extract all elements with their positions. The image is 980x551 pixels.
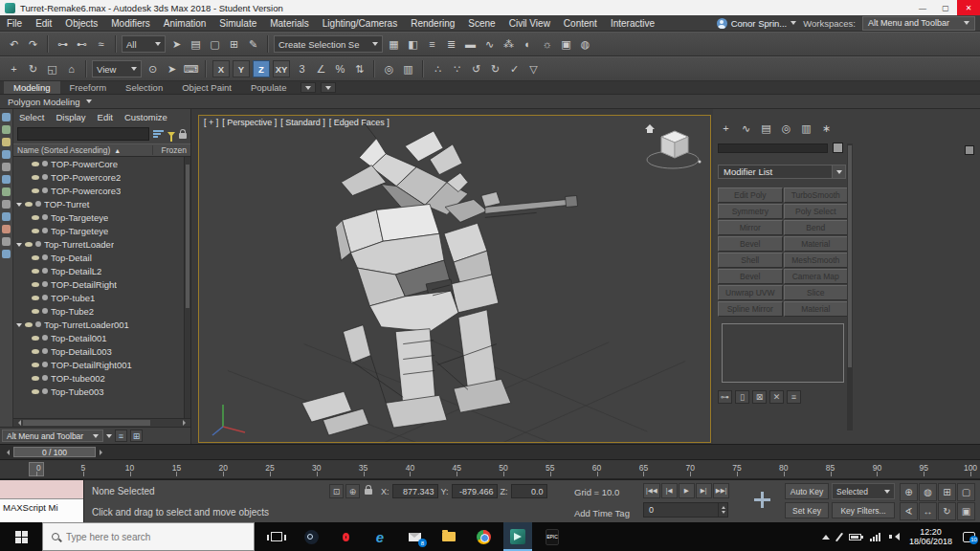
keyboard-shortcut-override-icon[interactable]: ⌨ — [182, 60, 200, 78]
modifier-button-edit-poly[interactable]: Edit Poly — [718, 187, 783, 203]
visibility-icon[interactable] — [32, 229, 39, 233]
task-view-taskbar-button[interactable] — [262, 522, 291, 551]
scene-object-row[interactable]: TOP-Turret — [13, 197, 190, 210]
view-redo-icon[interactable]: ↻ — [486, 60, 504, 78]
isolate-selection-icon[interactable]: ◎ — [380, 60, 398, 78]
rendered-frame-window-icon[interactable]: ▣ — [557, 35, 575, 54]
visibility-icon[interactable] — [32, 376, 39, 381]
ribbon-tab-selection[interactable]: Selection — [116, 81, 172, 94]
visibility-icon[interactable] — [32, 269, 39, 274]
orbit-icon[interactable]: ↻ — [938, 502, 956, 520]
display-containers-icon[interactable] — [2, 225, 11, 233]
frozen-column-header[interactable]: Frozen — [152, 145, 187, 155]
schematic-view-icon[interactable]: ⁂ — [500, 35, 518, 54]
zoom-region-icon[interactable]: ▢ — [957, 483, 975, 501]
modifier-button-bevel[interactable]: Bevel — [718, 236, 783, 252]
search-input[interactable] — [17, 127, 149, 141]
viewport-style-menu[interactable]: [ Standard ] — [280, 118, 325, 127]
modifier-button-material[interactable]: Material — [784, 236, 849, 252]
scrollbar-thumb[interactable] — [23, 420, 150, 426]
trackbar-right-arrow[interactable] — [100, 450, 105, 455]
material-editor-icon[interactable]: ◐ — [519, 35, 537, 54]
unlink-selection-icon[interactable]: ⊷ — [73, 35, 91, 54]
ribbon-tab-object-paint[interactable]: Object Paint — [172, 81, 241, 94]
menu-scene[interactable]: Scene — [461, 18, 501, 29]
scene-object-row[interactable]: TOP-tube002 — [13, 371, 190, 385]
object-color-swatch[interactable] — [833, 143, 843, 153]
visibility-icon[interactable] — [25, 242, 33, 247]
display-geometry-icon[interactable] — [2, 113, 11, 121]
scene-explorer-toggle-icon[interactable]: ⊞ — [130, 430, 143, 442]
scene-object-row[interactable]: TOP-Powercore2 — [13, 170, 190, 184]
mirror-icon[interactable]: ◧ — [404, 35, 422, 54]
visibility-icon[interactable] — [32, 162, 39, 166]
select-and-move-icon[interactable]: + — [5, 60, 23, 78]
key-mode-dropdown[interactable]: Selected — [832, 483, 895, 499]
zoom-all-icon[interactable]: ◍ — [919, 483, 937, 501]
go-to-start-icon[interactable]: |◀◀ — [643, 483, 660, 498]
ribbon-show-panels-icon[interactable] — [301, 82, 316, 93]
visibility-icon[interactable] — [32, 309, 39, 314]
chrome-taskbar-button[interactable] — [469, 522, 498, 551]
viewport-pov-menu[interactable]: [ Perspective ] — [222, 118, 277, 127]
display-materials-icon[interactable] — [2, 237, 11, 246]
expander-icon[interactable] — [16, 323, 22, 330]
menu-content[interactable]: Content — [557, 18, 604, 29]
reference-coordinate-dropdown[interactable]: View — [92, 60, 142, 77]
scene-object-row[interactable]: Top-Tube2 — [13, 304, 190, 318]
display-cameras-icon[interactable] — [2, 150, 11, 159]
modifier-button-spline-mirror[interactable]: Spline Mirror — [718, 301, 783, 317]
paint-selection-region-icon[interactable]: ✎ — [244, 35, 262, 54]
play-animation-icon[interactable]: ▶ — [679, 483, 695, 498]
selection-lock-region-icon[interactable]: ⊡ — [329, 484, 344, 498]
3ds-max-taskbar-button[interactable] — [503, 522, 532, 551]
clock[interactable]: 12:20 18/06/2018 — [909, 527, 952, 546]
use-center-icon[interactable]: ⊙ — [144, 60, 162, 78]
display-lights-icon[interactable] — [2, 138, 11, 146]
visibility-icon[interactable] — [32, 282, 39, 287]
show-end-result-icon[interactable]: ▯ — [735, 390, 749, 404]
vertical-scrollbar[interactable] — [184, 157, 190, 418]
spinner-up-icon[interactable] — [722, 504, 725, 509]
scene-object-row[interactable]: TOP-Powercore3 — [13, 184, 190, 197]
hidden-icons-chevron[interactable] — [822, 531, 830, 540]
scene-object-row[interactable]: TOP-DetailRight001 — [13, 358, 190, 371]
edge-taskbar-button[interactable]: e — [366, 522, 394, 551]
volume-icon[interactable] — [889, 532, 901, 541]
scroll-right-icon[interactable] — [183, 420, 189, 426]
trackbar-left-arrow[interactable] — [4, 450, 10, 455]
field-of-view-icon[interactable]: ∢ — [900, 502, 918, 520]
battery-icon[interactable] — [849, 534, 861, 540]
display-all-icon[interactable] — [2, 250, 11, 258]
add-time-tag[interactable]: Add Time Tag — [574, 508, 630, 518]
pin-stack-icon[interactable]: ⊶ — [718, 390, 732, 404]
scene-object-row[interactable]: TOP-PowerCore — [13, 157, 190, 170]
visibility-icon[interactable] — [32, 188, 39, 193]
expander-icon[interactable] — [16, 243, 22, 250]
modifier-button-bend[interactable]: Bend — [784, 220, 849, 235]
visibility-icon[interactable] — [32, 255, 39, 260]
apply-icon[interactable]: ✓ — [505, 60, 523, 78]
dropdown-arrow[interactable] — [832, 165, 845, 178]
frame-spinner[interactable] — [718, 503, 727, 517]
user-account-menu[interactable]: Conor Sprin... — [717, 18, 797, 29]
epic-games-taskbar-button[interactable]: EPIC — [538, 522, 567, 551]
axis-constraint-xy[interactable]: XY — [273, 60, 290, 77]
modifier-button-symmetry[interactable]: Symmetry — [718, 204, 783, 219]
search-filter-icon[interactable] — [153, 130, 164, 138]
scene-object-row[interactable]: TOP-DetailRight — [13, 277, 190, 291]
steam-taskbar-button[interactable] — [297, 522, 325, 551]
scroll-left-icon[interactable] — [15, 420, 21, 426]
action-center-icon[interactable]: 10 — [963, 532, 975, 542]
key-filters-button[interactable]: Key Filters... — [832, 502, 895, 518]
display-space-warps-icon[interactable] — [2, 175, 11, 184]
scene-object-row[interactable]: Top-DetailL003 — [13, 344, 190, 358]
zoom-icon[interactable]: ⊕ — [900, 483, 918, 501]
selection-lock-icon[interactable] — [365, 489, 372, 495]
network-icon[interactable] — [870, 533, 880, 541]
visibility-icon[interactable] — [32, 296, 39, 300]
zoom-extents-icon[interactable]: ⊞ — [938, 483, 956, 501]
select-and-link-icon[interactable]: ⊶ — [54, 35, 72, 54]
utilities-tab-icon[interactable]: ∗ — [818, 121, 835, 136]
workspace-quick-selector[interactable]: Alt Menu and Toolbar — [2, 430, 103, 442]
